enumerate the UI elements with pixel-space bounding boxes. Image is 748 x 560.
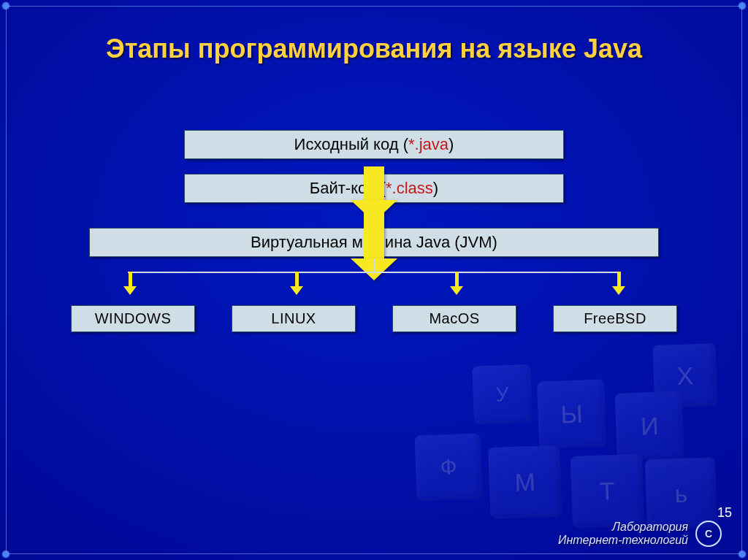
arrow-down-small-icon [290,272,303,295]
footer-line1: Лаборатория [558,521,688,534]
box-bytecode-ext: *.class [386,179,433,197]
slide: Этапы программирования на языке Java Исх… [0,0,748,560]
box-os-linux: LINUX [232,305,356,332]
page-number: 15 [717,505,732,521]
footer-line2: Интернет-технологий [558,534,688,547]
flow-diagram: Исходный код (*.java) Байт-код (*.class)… [44,130,704,332]
footer-logo-icon: С [695,521,722,547]
connector-fanout [89,258,659,302]
arrow-down-small-icon [123,272,137,295]
box-bytecode-close: ) [433,179,438,197]
slide-title: Этапы программирования на языке Java [44,34,704,64]
box-os-freebsd: FreeBSD [553,305,677,332]
box-os-windows: WINDOWS [71,305,195,332]
arrow-down-small-icon [612,272,625,295]
arrow-down-small-icon [450,272,463,295]
box-os-macos: MacOS [392,305,516,332]
box-source-close: ) [449,135,454,153]
footer-text: Лаборатория Интернет-технологий [558,521,688,547]
footer: Лаборатория Интернет-технологий С [558,521,722,547]
os-row: WINDOWS LINUX MacOS FreeBSD [71,305,677,332]
box-source-label: Исходный код ( [294,135,408,153]
box-source-ext: *.java [408,135,449,153]
box-source-code: Исходный код (*.java) [184,130,564,159]
